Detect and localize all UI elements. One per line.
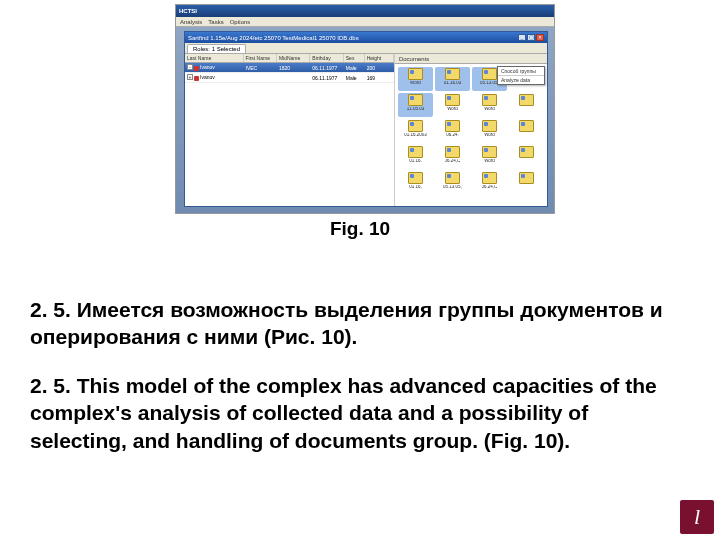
documents-panel: Documents Способ группы Analyze data Wor… <box>395 54 547 206</box>
col-lastname[interactable]: Last Name <box>185 54 244 62</box>
document-icon <box>482 94 497 106</box>
document-icon <box>519 120 534 132</box>
document-icon <box>482 172 497 184</box>
document-item[interactable] <box>509 119 544 143</box>
document-icon <box>519 94 534 106</box>
documents-header: Documents <box>395 54 547 64</box>
document-item[interactable]: Word <box>472 145 507 169</box>
document-icon <box>445 172 460 184</box>
table-row[interactable]: +Ivanov06.11.1977Male169 <box>185 73 394 83</box>
minimize-icon[interactable]: _ <box>518 34 526 41</box>
context-item[interactable]: Analyze data <box>498 76 544 84</box>
menu-item[interactable]: Analysis <box>180 19 202 25</box>
context-menu[interactable]: Способ группы Analyze data <box>497 66 545 85</box>
paragraph-ru: 2. 5. Имеется возможность выделения груп… <box>30 296 670 351</box>
document-item[interactable]: 01.16.2003 <box>398 119 433 143</box>
menu-item[interactable]: Options <box>230 19 251 25</box>
document-item[interactable] <box>509 93 544 117</box>
document-item[interactable]: Word <box>472 119 507 143</box>
document-icon <box>445 146 460 158</box>
maximize-icon[interactable]: ▢ <box>527 34 535 41</box>
outer-titlebar: HCTSI <box>176 5 554 17</box>
document-icon <box>519 172 534 184</box>
document-item[interactable]: 06.24,C <box>472 171 507 195</box>
data-table: Last Name First Name MidName Birthday Se… <box>185 54 395 206</box>
document-icon <box>482 120 497 132</box>
col-birthday[interactable]: Birthday <box>310 54 343 62</box>
document-icon <box>408 68 423 80</box>
document-icon <box>408 120 423 132</box>
child-window: Sartfind 1.15e/Aug 2024/etc 25070 TestMe… <box>184 31 548 207</box>
child-title-text: Sartfind 1.15e/Aug 2024/etc 25070 TestMe… <box>188 35 359 41</box>
document-item[interactable]: Word <box>435 93 470 117</box>
col-firstname[interactable]: First Name <box>244 54 277 62</box>
outer-menubar[interactable]: Analysis Tasks Options <box>176 17 554 27</box>
document-icon <box>482 146 497 158</box>
app-screenshot: HCTSI Analysis Tasks Options Sartfind 1.… <box>175 4 555 214</box>
child-titlebar[interactable]: Sartfind 1.15e/Aug 2024/etc 25070 TestMe… <box>185 32 547 43</box>
context-item[interactable]: Способ группы <box>498 67 544 75</box>
figure-caption: Fig. 10 <box>0 218 720 240</box>
document-item[interactable]: 11.05.03 <box>398 93 433 117</box>
tab-roles[interactable]: Roles: 1 Selected <box>187 44 246 53</box>
documents-grid[interactable]: Способ группы Analyze data Word01.16.030… <box>395 64 547 206</box>
document-item[interactable] <box>509 145 544 169</box>
document-item[interactable]: Word <box>472 93 507 117</box>
document-item[interactable]: 05.13.05, <box>435 171 470 195</box>
col-sex[interactable]: Sex <box>344 54 365 62</box>
document-icon <box>519 146 534 158</box>
col-midname[interactable]: MidName <box>277 54 310 62</box>
menu-item[interactable]: Tasks <box>208 19 223 25</box>
tab-strip: Roles: 1 Selected <box>185 43 547 54</box>
document-icon <box>482 68 497 80</box>
document-icon <box>408 94 423 106</box>
document-item[interactable]: 06.24,C <box>435 145 470 169</box>
corner-logo: l <box>680 500 714 534</box>
document-item[interactable]: 01.16, <box>398 171 433 195</box>
outer-client-area: Sartfind 1.15e/Aug 2024/etc 25070 TestMe… <box>176 27 554 213</box>
document-item[interactable]: 01.16. <box>398 145 433 169</box>
logo-glyph: l <box>694 504 700 530</box>
document-item[interactable] <box>509 171 544 195</box>
outer-title-text: HCTSI <box>179 8 197 14</box>
table-row[interactable]: -IvanovIVEC182006.11.1977Male200 <box>185 63 394 73</box>
document-icon <box>408 172 423 184</box>
table-header: Last Name First Name MidName Birthday Se… <box>185 54 394 63</box>
document-item[interactable]: 01.16.03 <box>435 67 470 91</box>
document-icon <box>445 94 460 106</box>
paragraph-en: 2. 5. This model of the complex has adva… <box>30 372 670 454</box>
document-icon <box>445 68 460 80</box>
document-item[interactable]: 06.24. <box>435 119 470 143</box>
document-item[interactable]: Word <box>398 67 433 91</box>
col-height[interactable]: Height <box>365 54 394 62</box>
close-icon[interactable]: × <box>536 34 544 41</box>
document-icon <box>445 120 460 132</box>
document-icon <box>408 146 423 158</box>
